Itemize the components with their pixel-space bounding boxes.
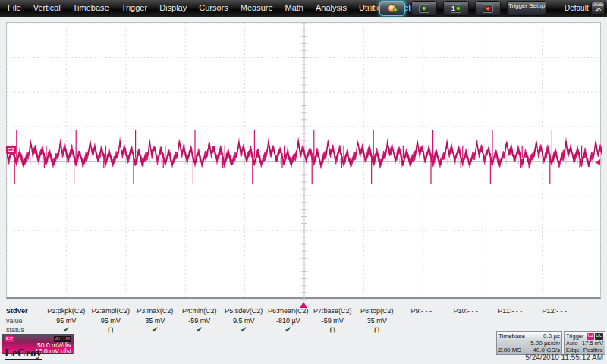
trigger-title: Trigger <box>566 333 583 340</box>
screen-icon <box>419 4 429 13</box>
red-stop-dot-icon <box>486 6 491 11</box>
menu-item-file[interactable]: File <box>2 0 27 16</box>
green-status-dot-icon <box>393 8 398 12</box>
single-count-label: 1 <box>451 5 455 12</box>
trigger-mode-buttons: 1 <box>379 1 501 16</box>
menu-bar: File Vertical Timebase Trigger Display C… <box>0 0 607 17</box>
screen-icon: 1 <box>451 4 461 13</box>
measurement-label: P1:pkpk(C2) <box>44 306 89 316</box>
measurement-p2[interactable]: P2:ampl(C2) 95 mV ⊓ <box>89 306 134 334</box>
timebase-descriptor[interactable]: Timebase 0.0 µs 5.00 µs/div 2.00 MS 40.0… <box>496 331 562 355</box>
measurement-status-icon: ✔ <box>222 325 266 334</box>
measurement-value <box>533 316 577 325</box>
timebase-title: Timebase <box>498 333 525 340</box>
measurement-value: 9.5 mV <box>222 316 266 325</box>
measurement-p6[interactable]: P6:mean(C2) -810 µV ✔ <box>266 306 311 334</box>
menu-item-cursors[interactable]: Cursors <box>193 0 234 16</box>
measurement-label: P11:- - - <box>488 306 533 316</box>
firmware-version-label: StdVer <box>6 306 28 316</box>
menu-item-vertical[interactable]: Vertical <box>27 0 67 16</box>
trigger-mode: Auto <box>566 340 577 347</box>
menu-item-math[interactable]: Math <box>279 0 310 16</box>
stop-trigger-button[interactable] <box>475 1 501 16</box>
measurement-label: P4:min(C2) <box>178 306 222 316</box>
measurement-label: P8:top(C2) <box>355 306 400 316</box>
timebase-position: 0.0 µs <box>543 333 560 340</box>
green-status-dot-icon <box>456 6 461 11</box>
measurement-value <box>399 316 444 325</box>
measurement-columns: P1:pkpk(C2) 95 mV ✔ P2:ampl(C2) 95 mV ⊓ … <box>44 306 577 334</box>
auto-trigger-button[interactable] <box>379 1 405 16</box>
measurement-status-icon: ✔ <box>266 325 311 334</box>
measurement-value: 35 mV <box>133 316 178 325</box>
measurement-p10[interactable]: P10:- - - <box>444 306 489 334</box>
measurement-status-icon: ⊓ <box>89 325 134 334</box>
measurement-status-icon: ⊓ <box>310 325 355 334</box>
measurement-value: -810 µV <box>266 316 311 325</box>
measurement-p11[interactable]: P11:- - - <box>488 306 533 334</box>
lecroy-logo: LeCroy <box>5 347 42 360</box>
measurement-p4[interactable]: P4:min(C2) -59 mV ✔ <box>178 306 222 334</box>
green-status-dot-icon <box>422 6 426 11</box>
measurement-label: P10:- - - <box>444 306 489 316</box>
trigger-source-badge: C2 <box>587 333 595 340</box>
measurement-label: P6:mean(C2) <box>266 306 311 316</box>
trigger-slope: Positive <box>583 347 603 353</box>
measurement-value: 95 mV <box>44 316 89 325</box>
measurement-p5[interactable]: P5:sdev(C2) 9.5 mV ✔ <box>222 306 266 334</box>
value-row-label: value <box>6 316 28 325</box>
waveform-plot <box>7 23 602 300</box>
measurement-label: P3:max(C2) <box>133 306 178 316</box>
normal-trigger-button[interactable] <box>411 1 437 16</box>
measurement-value <box>488 316 533 325</box>
trigger-level: -17.5 mV <box>580 340 603 347</box>
trigger-descriptor[interactable]: Trigger C2 DC Auto -17.5 mV Edge Positiv… <box>564 331 605 355</box>
channel-c2-marker[interactable]: C2 <box>6 146 16 154</box>
menu-item-display[interactable]: Display <box>153 0 193 16</box>
channel-badge: C2 <box>5 336 14 342</box>
timebase-rate: 40.0 GS/s <box>533 347 560 353</box>
screen-icon <box>483 4 493 13</box>
measurement-status-icon <box>444 325 489 334</box>
single-trigger-button[interactable]: 1 <box>443 1 469 16</box>
measurement-p7[interactable]: P7:base(C2) -59 mV ⊓ <box>310 306 355 334</box>
measurement-value: 95 mV <box>89 316 134 325</box>
datetime-label: 5/24/2010 11:55:12 AM <box>525 353 603 362</box>
menu-item-trigger[interactable]: Trigger <box>115 0 153 16</box>
measurement-status-icon: ⊓ <box>355 325 400 334</box>
menu-items: File Vertical Timebase Trigger Display C… <box>2 0 421 16</box>
measurement-status-icon <box>399 325 444 334</box>
measurement-p12[interactable]: P12:- - - <box>533 306 577 334</box>
measurement-status-icon: ✔ <box>178 325 222 334</box>
trigger-level-marker-icon[interactable] <box>595 159 600 165</box>
menu-item-analysis[interactable]: Analysis <box>310 0 353 16</box>
trigger-type: Edge <box>566 347 580 353</box>
measurement-label: P5:sdev(C2) <box>222 306 266 316</box>
measurement-p3[interactable]: P3:max(C2) 35 mV ✔ <box>133 306 178 334</box>
measurement-label: P7:base(C2) <box>310 306 355 316</box>
measurement-value: 35 mV <box>355 316 400 325</box>
timebase-scale: 5.00 µs/div <box>530 340 560 347</box>
measurement-p9[interactable]: P9:- - - <box>399 306 444 334</box>
waveform-grid[interactable]: C2 <box>6 22 601 299</box>
measurement-value: -59 mV <box>178 316 222 325</box>
measurement-p8[interactable]: P8:top(C2) 35 mV ⊓ <box>355 306 400 334</box>
measurement-status-icon: ✔ <box>133 325 178 334</box>
measurement-label: P12:- - - <box>533 306 577 316</box>
measurement-label: P2:ampl(C2) <box>89 306 134 316</box>
measurement-p1[interactable]: P1:pkpk(C2) 95 mV ✔ <box>44 306 89 334</box>
trigger-coupling-badge: DC <box>595 333 603 340</box>
trigger-setup-button[interactable]: Trigger Setup <box>507 1 546 16</box>
measurement-label: P9:- - - <box>399 306 444 316</box>
measurement-value <box>444 316 489 325</box>
timebase-samples: 2.00 MS <box>498 347 521 353</box>
menu-item-measure[interactable]: Measure <box>234 0 279 16</box>
measurement-value: -59 mV <box>310 316 355 325</box>
menu-item-timebase[interactable]: Timebase <box>67 0 115 16</box>
undo-button[interactable]: Undo ↶ <box>591 2 605 15</box>
measurement-row-headers: StdVer value status <box>6 306 28 334</box>
default-setup-label[interactable]: Default <box>565 4 589 12</box>
undo-arrow-icon: ↶ <box>592 8 604 14</box>
